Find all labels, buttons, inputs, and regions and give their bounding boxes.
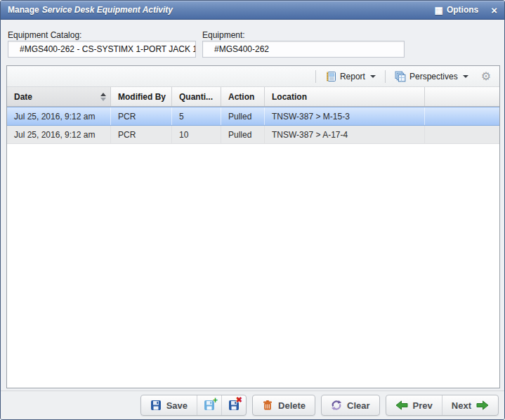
next-label: Next [452, 400, 471, 411]
manage-window: ManageService Desk Equipment Activity ▦ … [0, 0, 505, 420]
plus-badge-icon: + [213, 396, 218, 405]
column-header-label: Action [228, 92, 254, 102]
clear-label: Clear [347, 400, 370, 411]
save-and-new-button[interactable]: + [197, 395, 221, 415]
column-header-action[interactable]: Action [221, 87, 265, 106]
perspectives-button[interactable]: Perspectives [391, 69, 473, 84]
grid-body: Jul 25, 2016, 9:12 amPCR5PulledTNSW-387 … [7, 107, 499, 388]
titlebar-actions: ▦ Options × [435, 5, 497, 15]
prev-label: Prev [413, 400, 433, 411]
chevron-down-icon [463, 75, 468, 78]
x-badge-icon: ✖ [236, 396, 242, 404]
column-header-label: Quanti... [179, 92, 213, 102]
footer-toolbar: Save + [1, 391, 504, 419]
next-button[interactable]: Next [442, 395, 498, 415]
perspectives-icon [395, 71, 406, 82]
table-row[interactable]: Jul 25, 2016, 9:12 amPCR5PulledTNSW-387 … [7, 107, 499, 126]
delete-label: Delete [278, 400, 306, 411]
options-label: Options [447, 5, 478, 15]
save-plus-icon: + [204, 400, 215, 411]
options-button[interactable]: ▦ Options [435, 5, 479, 15]
prev-next-group: Prev Next [386, 395, 499, 416]
save-x-icon: ✖ [228, 400, 240, 411]
equipment-catalog-field[interactable]: #MGS400-262 - CS-SYSTIMX 1-PORT JACK 110… [8, 41, 196, 58]
refresh-icon [331, 400, 342, 411]
toolbar-separator [385, 70, 386, 83]
column-header-label: Location [272, 92, 307, 102]
cell-modified_by: PCR [111, 107, 172, 125]
clear-button[interactable]: Clear [321, 395, 380, 416]
activity-grid-panel: Report Perspectives ⚙ DateModified ByQ [6, 65, 500, 388]
report-label: Report [340, 72, 365, 81]
save-and-close-button[interactable]: ✖ [221, 395, 246, 415]
arrow-right-icon [476, 400, 489, 410]
equipment-catalog-label: Equipment Catalog: [8, 30, 81, 40]
cell-action: Pulled [221, 107, 265, 125]
title-prefix: Manage [8, 5, 39, 15]
options-grid-icon: ▦ [435, 6, 443, 15]
column-header-label: Date [14, 92, 32, 102]
delete-button[interactable]: Delete [252, 395, 315, 416]
cell-quantity: 10 [172, 126, 221, 143]
cell-date: Jul 25, 2016, 9:12 am [7, 126, 111, 143]
trash-icon [262, 400, 273, 411]
equipment-field[interactable]: #MGS400-262 [202, 41, 405, 58]
table-row[interactable]: Jul 25, 2016, 9:12 amPCR10PulledTNSW-387… [7, 126, 499, 144]
toolbar-separator [315, 70, 316, 83]
cell-quantity: 5 [172, 107, 221, 125]
column-header-quanti[interactable]: Quanti... [172, 87, 221, 106]
title-emphasis: Service Desk Equipment Activity [42, 5, 173, 15]
grid-header: DateModified ByQuanti...ActionLocation [7, 87, 499, 107]
gear-icon[interactable]: ⚙ [481, 71, 491, 82]
report-button[interactable]: Report [321, 69, 380, 84]
cell-spacer [425, 126, 499, 143]
save-label: Save [166, 400, 188, 411]
cell-action: Pulled [221, 126, 265, 143]
perspectives-label: Perspectives [409, 72, 458, 81]
close-icon[interactable]: × [491, 5, 497, 15]
page-title: ManageService Desk Equipment Activity [8, 5, 173, 15]
cell-location: TNSW-387 > A-17-4 [265, 126, 425, 143]
cell-date: Jul 25, 2016, 9:12 am [7, 107, 111, 125]
column-header-date[interactable]: Date [7, 87, 111, 106]
cell-modified_by: PCR [111, 126, 172, 143]
column-header-spacer [425, 87, 499, 106]
save-icon [150, 400, 162, 411]
chevron-down-icon [370, 75, 376, 78]
report-icon [325, 71, 336, 82]
column-header-modified-by[interactable]: Modified By [111, 87, 172, 106]
prev-button[interactable]: Prev [386, 395, 442, 415]
save-button-group: Save + [140, 395, 247, 416]
sort-icon [100, 93, 106, 101]
save-button[interactable]: Save [141, 395, 197, 415]
arrow-left-icon [395, 400, 408, 410]
titlebar: ManageService Desk Equipment Activity ▦ … [1, 1, 504, 20]
grid-toolbar: Report Perspectives ⚙ [7, 66, 499, 87]
column-header-location[interactable]: Location [265, 87, 425, 106]
cell-spacer [425, 107, 499, 125]
cell-location: TNSW-387 > M-15-3 [265, 107, 425, 125]
equipment-label: Equipment: [202, 30, 245, 40]
column-header-label: Modified By [118, 92, 166, 102]
